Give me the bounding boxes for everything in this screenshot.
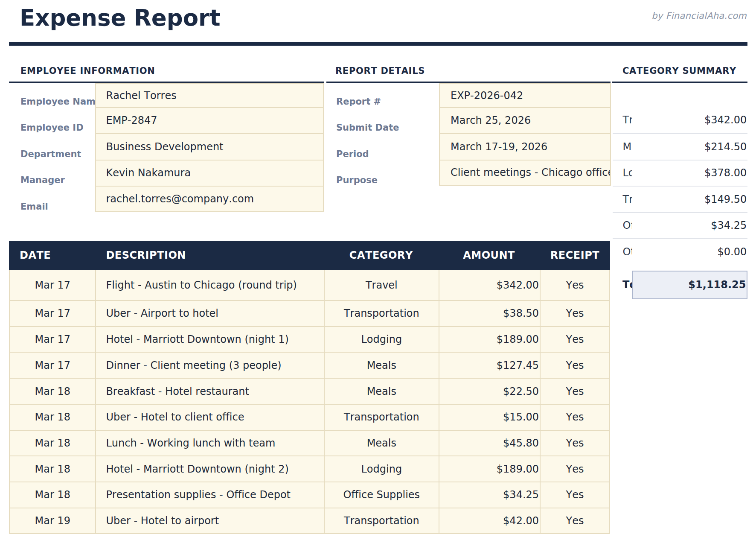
expense-cell-amount: $34.25 xyxy=(439,482,540,508)
field-value-row: March 17-19, 2026 xyxy=(440,133,610,160)
expense-row: Mar 17Hotel - Marriott Downtown (night 1… xyxy=(10,326,609,352)
field-value-row: Business Development xyxy=(96,133,323,160)
expense-cell-description: Flight - Austin to Chicago (round trip) xyxy=(95,270,324,300)
field-value-row: Kevin Nakamura xyxy=(96,160,323,186)
expense-cell-description: Uber - Airport to hotel xyxy=(95,301,324,326)
expense-row: Mar 17Flight - Austin to Chicago (round … xyxy=(10,270,609,300)
expense-row: Mar 18Breakfast - Hotel restaurantMeals$… xyxy=(10,378,609,404)
expense-table-body: Mar 17Flight - Austin to Chicago (round … xyxy=(9,270,610,534)
expense-cell-date: Mar 18 xyxy=(10,405,95,430)
expense-cell-receipt: Yes xyxy=(540,270,610,300)
field-label: Department xyxy=(20,148,95,161)
expense-header-cell: RECEIPT xyxy=(540,241,611,270)
expense-cell-category: Transportation xyxy=(324,405,439,430)
summary-row: Lodging$378.00 xyxy=(613,160,747,186)
expense-cell-date: Mar 18 xyxy=(10,431,95,456)
expense-header-cell: CATEGORY xyxy=(324,241,439,270)
expense-cell-amount: $127.45 xyxy=(439,353,540,378)
field-value: EXP-2026-042 xyxy=(440,90,610,102)
field-label: Employee ID xyxy=(20,121,95,134)
field-label: Report # xyxy=(336,95,437,108)
expense-row: Mar 18Presentation supplies - Office Dep… xyxy=(10,482,609,508)
field-value: Rachel Torres xyxy=(96,90,323,102)
expense-cell-amount: $189.00 xyxy=(439,327,540,352)
section-title-employee-information: EMPLOYEE INFORMATION xyxy=(20,65,155,76)
field-value-row: rachel.torres@company.com xyxy=(96,186,323,211)
summary-row-value: $378.00 xyxy=(632,167,747,179)
summary-row-value: $342.00 xyxy=(632,114,747,126)
employee-values: Rachel TorresEMP-2847Business Developmen… xyxy=(95,83,324,212)
summary-row-value: $214.50 xyxy=(632,141,747,153)
expense-cell-description: Uber - Hotel to client office xyxy=(95,405,324,430)
summary-row: Other$0.00 xyxy=(613,238,747,265)
summary-row: Meals$214.50 xyxy=(613,133,747,160)
expense-cell-receipt: Yes xyxy=(540,431,610,456)
field-label: Period xyxy=(336,148,437,161)
expense-cell-date: Mar 17 xyxy=(10,327,95,352)
summary-row-label: Meals xyxy=(613,141,633,153)
summary-row-label: Transportation xyxy=(613,193,633,205)
expense-row: Mar 17Uber - Airport to hotelTransportat… xyxy=(10,300,609,326)
field-value-row: Client meetings - Chicago office xyxy=(440,160,610,185)
expense-row: Mar 17Dinner - Client meeting (3 people)… xyxy=(10,352,609,378)
summary-row-value: $34.25 xyxy=(632,219,747,231)
expense-cell-receipt: Yes xyxy=(540,482,610,508)
summary-section-underline xyxy=(612,82,747,83)
expense-cell-description: Hotel - Marriott Downtown (night 2) xyxy=(95,456,324,482)
report-values: EXP-2026-042March 25, 2026March 17-19, 2… xyxy=(439,83,611,186)
expense-cell-date: Mar 19 xyxy=(10,508,95,534)
expense-cell-category: Meals xyxy=(324,353,439,378)
category-summary-rows: Travel$342.00Meals$214.50Lodging$378.00T… xyxy=(613,107,747,265)
expense-cell-date: Mar 18 xyxy=(10,379,95,404)
expense-cell-date: Mar 17 xyxy=(10,301,95,326)
summary-row: Transportation$149.50 xyxy=(613,186,747,212)
expense-cell-amount: $45.80 xyxy=(439,431,540,456)
field-value-row: Rachel Torres xyxy=(96,84,323,107)
expense-header-cell: AMOUNT xyxy=(439,241,540,270)
expense-header-cell: DESCRIPTION xyxy=(95,241,324,270)
expense-cell-receipt: Yes xyxy=(540,456,610,482)
field-value-row: March 25, 2026 xyxy=(440,107,610,134)
summary-row-label: Lodging xyxy=(613,167,633,179)
expense-cell-description: Uber - Hotel to airport xyxy=(95,508,324,534)
summary-row: Office Supplies$34.25 xyxy=(613,212,747,239)
expense-cell-amount: $342.00 xyxy=(439,270,540,300)
expense-header-cell: DATE xyxy=(9,241,95,270)
expense-cell-amount: $22.50 xyxy=(439,379,540,404)
field-value: EMP-2847 xyxy=(96,114,323,126)
expense-report-page: Expense Report by FinancialAha.com EMPLO… xyxy=(0,0,756,543)
expense-cell-date: Mar 17 xyxy=(10,270,95,300)
expense-cell-category: Meals xyxy=(324,431,439,456)
expense-cell-category: Transportation xyxy=(324,508,439,534)
field-value: March 25, 2026 xyxy=(440,114,610,126)
field-label: Submit Date xyxy=(336,121,437,134)
expense-row: Mar 19Uber - Hotel to airportTransportat… xyxy=(10,508,609,534)
expense-cell-category: Travel xyxy=(324,270,439,300)
expense-cell-description: Breakfast - Hotel restaurant xyxy=(95,379,324,404)
field-label: Employee Name xyxy=(20,95,95,108)
expense-cell-description: Lunch - Working lunch with team xyxy=(95,431,324,456)
expense-cell-category: Transportation xyxy=(324,301,439,326)
expense-cell-date: Mar 17 xyxy=(10,353,95,378)
summary-row-label: Travel xyxy=(613,114,633,126)
expense-cell-category: Meals xyxy=(324,379,439,404)
expense-cell-description: Dinner - Client meeting (3 people) xyxy=(95,353,324,378)
summary-total-value: $1,118.25 xyxy=(688,279,747,291)
expense-cell-amount: $15.00 xyxy=(439,405,540,430)
expense-cell-category: Lodging xyxy=(324,327,439,352)
field-value: Kevin Nakamura xyxy=(96,167,323,179)
summary-total-box: $1,118.25 xyxy=(632,271,747,299)
expense-cell-date: Mar 18 xyxy=(10,456,95,482)
field-label: Purpose xyxy=(336,174,437,187)
field-label: Email xyxy=(20,200,95,213)
expense-row: Mar 18Uber - Hotel to client officeTrans… xyxy=(10,404,609,430)
expense-cell-receipt: Yes xyxy=(540,405,610,430)
field-value: Business Development xyxy=(96,141,323,153)
field-value: rachel.torres@company.com xyxy=(96,193,323,205)
field-value: Client meetings - Chicago office xyxy=(440,166,610,178)
summary-total-label: Total xyxy=(622,277,632,292)
expense-cell-receipt: Yes xyxy=(540,353,610,378)
expense-cell-description: Hotel - Marriott Downtown (night 1) xyxy=(95,327,324,352)
byline: by FinancialAha.com xyxy=(651,10,747,21)
section-title-report-details: REPORT DETAILS xyxy=(335,65,425,76)
